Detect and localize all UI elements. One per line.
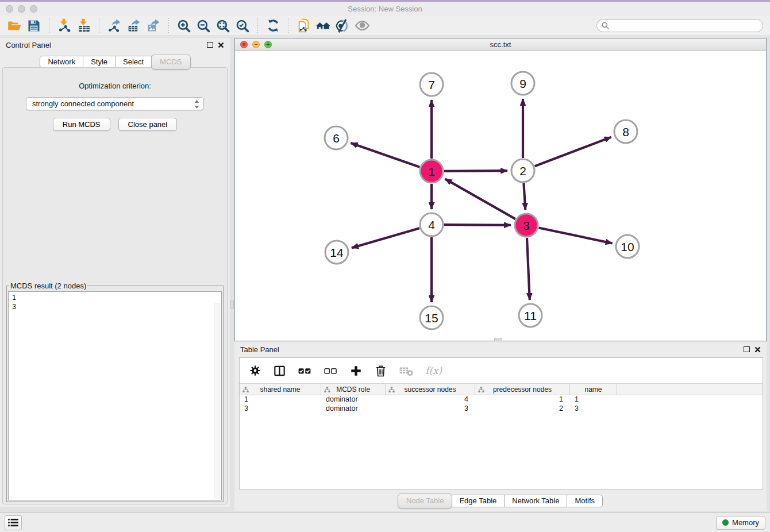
zoom-in-button[interactable] [174,17,194,34]
table-header-row: shared nameMCDS rolesuccessor nodesprede… [240,383,763,395]
zoom-fit-button[interactable] [213,17,233,34]
tab-mcds[interactable]: MCDS [151,55,190,70]
tab-select[interactable]: Select [116,56,152,68]
graph-node-10[interactable]: 10 [616,235,639,258]
table-cell[interactable]: 1 [570,395,617,404]
graph-node-15[interactable]: 15 [420,306,443,329]
import-table-button[interactable] [74,17,94,34]
graph-node-9[interactable]: 9 [511,72,534,95]
graph-edge-4-14[interactable] [352,228,419,248]
export-table-button[interactable] [124,17,144,34]
graph-node-7[interactable]: 7 [420,73,443,96]
horizontal-splitter-handle[interactable] [494,338,502,341]
criterion-select[interactable]: strongly connected component [26,97,204,110]
table-cell[interactable]: 4 [386,395,475,404]
run-mcds-button[interactable]: Run MCDS [53,118,110,131]
tab-style[interactable]: Style [83,56,116,68]
graph-edge-1-2[interactable] [444,171,507,171]
graph-edge-4-3[interactable] [444,225,511,225]
table-cell[interactable]: 3 [386,404,475,414]
graph-node-1[interactable]: 1 [420,160,443,183]
graph-node-11[interactable]: 11 [519,304,542,327]
column-header-name[interactable]: name [570,384,617,395]
tab-network[interactable]: Network [40,56,83,68]
graph-node-label: 3 [523,219,530,232]
column-header-successor-nodes[interactable]: successor nodes [386,384,475,395]
tab-edge-table[interactable]: Edge Table [452,495,505,507]
export-network-button[interactable] [105,17,124,34]
show-column-button[interactable] [273,364,286,377]
clone-network-button[interactable] [294,17,313,34]
attribute-type-icon [324,387,330,393]
memory-status-dot [722,519,729,526]
add-row-button[interactable] [349,364,363,377]
graph-node-8[interactable]: 8 [614,120,637,143]
vertical-splitter-handle[interactable] [230,300,234,309]
table-row[interactable]: 1dominator411 [240,395,763,404]
close-panel-icon[interactable] [218,42,224,48]
graph-node-14[interactable]: 14 [325,241,348,264]
delete-table-button[interactable] [399,363,414,378]
tab-network-table[interactable]: Network Table [505,495,567,507]
task-history-button[interactable] [5,515,22,530]
close-panel-button[interactable]: Close panel [118,118,178,131]
column-header-MCDS-role[interactable]: MCDS role [321,384,386,395]
float-table-panel-icon[interactable] [744,346,750,352]
refresh-button[interactable] [263,17,283,34]
graph-node-2[interactable]: 2 [511,159,534,182]
function-builder-button[interactable]: f(x) [425,365,442,376]
table-settings-button[interactable] [249,364,261,377]
show-graphics-details-button[interactable] [352,17,372,34]
table-cell[interactable]: 3 [570,404,617,414]
delete-row-button[interactable] [374,364,387,377]
graph-edge-3-11[interactable] [527,238,530,300]
toolbar-separator [49,18,49,33]
mcds-result-list[interactable]: 1 3 [8,291,222,500]
table-row[interactable]: 3dominator323 [240,404,763,414]
export-image-button[interactable] [144,17,163,34]
deselect-all-button[interactable] [324,364,338,378]
search-input[interactable] [596,19,763,32]
import-network-button[interactable] [55,17,74,34]
memory-button[interactable]: Memory [716,516,765,530]
list-icon [8,518,18,527]
graph-edge-2-3[interactable] [523,183,525,210]
graph-node-6[interactable]: 6 [325,126,348,149]
graph-node-4[interactable]: 4 [420,213,443,236]
result-scrollbar[interactable] [214,303,221,499]
column-header-shared-name[interactable]: shared name [240,384,321,395]
table-cell[interactable]: 3 [240,404,321,414]
graph-node-label: 11 [524,309,537,322]
save-session-button[interactable] [24,17,44,34]
tab-motifs[interactable]: Motifs [567,495,603,507]
tab-node-table[interactable]: Node Table [398,494,453,508]
graph-edge-3-10[interactable] [539,228,613,244]
graph-node-label: 4 [428,218,435,232]
table-cell[interactable]: dominator [321,395,386,404]
table-cell[interactable]: 1 [475,395,570,404]
zoom-out-button[interactable] [194,17,213,34]
table-panel-header: Table Panel [234,342,767,356]
toolbar-separator [168,18,169,33]
graph-edge-3-1[interactable] [445,179,515,219]
table-cell[interactable]: 1 [240,395,321,404]
zoom-selected-button[interactable] [233,17,252,34]
graph-edge-1-6[interactable] [351,143,419,167]
column-header-label: MCDS role [336,385,370,394]
float-panel-icon[interactable] [207,42,213,48]
select-all-button[interactable] [298,364,312,378]
memory-label: Memory [732,518,759,527]
network-canvas[interactable]: 7968124314101511 [235,51,766,340]
graph-edge-2-8[interactable] [535,137,611,167]
open-file-button[interactable] [5,17,24,34]
mcds-result-group: MCDS result (2 nodes) 1 3 [6,282,224,502]
table-cell[interactable]: dominator [321,404,386,414]
home-button[interactable] [313,17,333,34]
close-table-panel-icon[interactable] [754,346,761,353]
clone-network-icon [297,18,311,33]
column-header-predecessor-nodes[interactable]: predecessor nodes [475,384,570,395]
hide-graphics-details-button[interactable] [333,17,352,34]
table-cell[interactable]: 2 [475,404,570,414]
column-header-label: shared name [260,385,300,394]
graph-node-3[interactable]: 3 [515,214,538,237]
